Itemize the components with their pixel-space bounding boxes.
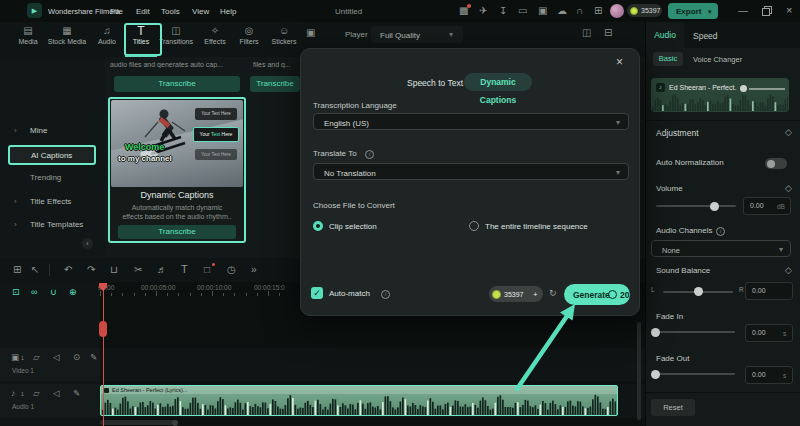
pointer-tool-icon[interactable]: ↖ bbox=[31, 265, 39, 275]
dynamic-captions-card[interactable]: Welcome to my channel Your Text Here You… bbox=[108, 97, 246, 243]
folder-icon[interactable]: ▱ bbox=[33, 389, 40, 398]
adjustment-keyframe-icon[interactable]: ◇ bbox=[785, 128, 792, 137]
subtab-basic[interactable]: Basic bbox=[653, 52, 683, 66]
radio-entire-timeline[interactable] bbox=[469, 221, 479, 231]
generate-button[interactable]: Generate 20 bbox=[564, 284, 630, 305]
more-tools-icon[interactable]: » bbox=[251, 265, 257, 275]
link-icon[interactable]: ∞ bbox=[31, 288, 37, 297]
audio-clip[interactable]: Ed Sheeran - Perfect (Lyrics)... bbox=[100, 385, 618, 416]
text-tool-icon[interactable]: T bbox=[181, 264, 188, 275]
menu-help[interactable]: Help bbox=[220, 7, 236, 16]
scrollbar-handle[interactable] bbox=[172, 420, 178, 426]
tab-stickers[interactable]: ☺ Stickers bbox=[265, 26, 303, 45]
save-icon[interactable]: ▣ bbox=[538, 6, 547, 16]
avatar[interactable] bbox=[610, 4, 624, 18]
minimize-button[interactable]: — bbox=[738, 6, 748, 16]
sidebar-item-title-effects[interactable]: › Title Effects bbox=[0, 194, 105, 210]
split-icon[interactable]: ✂ bbox=[134, 265, 142, 275]
cloud-icon[interactable]: ☁ bbox=[557, 6, 567, 16]
sidebar-item-title-templates[interactable]: › Title Templates bbox=[0, 217, 105, 233]
redo-icon[interactable]: ↷ bbox=[87, 265, 95, 275]
audio-effect-icon[interactable]: ♬ bbox=[157, 265, 167, 275]
radio-clip-selection[interactable] bbox=[313, 221, 323, 231]
card2-transcribe-button[interactable]: Transcribe bbox=[250, 76, 300, 92]
playhead-line[interactable] bbox=[103, 283, 105, 426]
magnet-icon[interactable]: ∪ bbox=[50, 288, 57, 297]
menu-view[interactable]: View bbox=[192, 7, 209, 16]
dialog-tab-dynamic-captions[interactable]: Dynamic Captions bbox=[464, 73, 532, 91]
credits-badge[interactable]: 35397 bbox=[627, 4, 662, 17]
clip-volume-handle[interactable] bbox=[740, 85, 747, 92]
tab-effects[interactable]: ✧ Effects bbox=[196, 26, 234, 45]
sidebar-item-trending[interactable]: Trending bbox=[0, 169, 105, 185]
menu-edit[interactable]: Edit bbox=[136, 7, 150, 16]
support-icon[interactable]: ∩ bbox=[576, 6, 583, 16]
fade-out-slider-track[interactable] bbox=[653, 373, 735, 375]
sidebar-item-ai-captions[interactable]: AI Captions bbox=[8, 145, 96, 165]
dialog-tab-speech-to-text[interactable]: Speech to Text bbox=[407, 78, 463, 88]
card1-transcribe-button[interactable]: Transcribe bbox=[114, 76, 240, 92]
close-button[interactable]: × bbox=[786, 4, 792, 16]
tab-stock-media[interactable]: ▦ Stock Media bbox=[44, 26, 90, 45]
refresh-icon[interactable]: ↻ bbox=[549, 288, 557, 298]
mark-icon[interactable]: ⊟ bbox=[604, 28, 612, 38]
video-track-lane[interactable] bbox=[100, 348, 645, 381]
hide-track-icon[interactable]: ⊙ bbox=[73, 353, 80, 362]
lock-track-icon[interactable]: ✎ bbox=[73, 389, 80, 398]
workspace-icon[interactable]: ⊞ bbox=[594, 6, 602, 16]
balance-value-box[interactable]: 0.00 bbox=[745, 282, 793, 300]
sidebar-item-mine[interactable]: › Mine bbox=[0, 123, 105, 139]
tab-media[interactable]: ▤ Media bbox=[8, 26, 48, 45]
volume-slider-handle[interactable] bbox=[710, 202, 719, 211]
collapse-sidebar-button[interactable]: ‹ bbox=[82, 238, 93, 249]
split-view-icon[interactable]: ◫ bbox=[582, 28, 591, 38]
folder-icon[interactable]: ▱ bbox=[33, 353, 40, 362]
translate-to-select[interactable]: No Translation ▾ bbox=[313, 163, 629, 180]
quality-dropdown[interactable]: Full Quality ▾ bbox=[371, 26, 463, 43]
fade-out-value-box[interactable]: 0.00 s bbox=[745, 366, 793, 384]
display-icon[interactable]: ▭ bbox=[518, 6, 527, 16]
reset-button[interactable]: Reset bbox=[651, 399, 695, 416]
transcription-language-select[interactable]: English (US) ▾ bbox=[313, 113, 629, 130]
fade-in-slider-handle[interactable] bbox=[651, 328, 660, 337]
volume-value-box[interactable]: 0.00 dB bbox=[743, 197, 791, 215]
subtab-voice-changer[interactable]: Voice Changer bbox=[693, 55, 742, 64]
crop-icon[interactable]: □ bbox=[204, 265, 210, 275]
undo-icon[interactable]: ↶ bbox=[64, 265, 72, 275]
vertical-scrollbar[interactable] bbox=[637, 322, 641, 420]
horizontal-scrollbar[interactable] bbox=[100, 420, 178, 425]
dialog-credits-badge[interactable]: 35397 + bbox=[489, 286, 543, 302]
dialog-close-icon[interactable]: × bbox=[616, 55, 623, 69]
delete-icon[interactable]: ⊔ bbox=[110, 265, 118, 275]
more-media-tab-icon[interactable]: ▣ bbox=[306, 28, 315, 38]
balance-keyframe-icon[interactable]: ◇ bbox=[785, 266, 792, 275]
fade-out-slider-handle[interactable] bbox=[651, 370, 660, 379]
menu-tools[interactable]: Tools bbox=[161, 7, 180, 16]
keyframe-icon[interactable]: ⊕ bbox=[69, 288, 77, 297]
mute-icon[interactable]: ◁ bbox=[53, 353, 60, 362]
balance-slider-handle[interactable] bbox=[694, 287, 703, 296]
audio-channels-select[interactable]: None ▾ bbox=[651, 240, 791, 257]
export-media-icon[interactable]: ↧ bbox=[499, 6, 507, 16]
selected-clip-card[interactable]: ♪ Ed Sheeran - Perfect... bbox=[651, 78, 789, 112]
fade-in-slider-track[interactable] bbox=[653, 331, 735, 333]
speed-tool-icon[interactable]: ◷ bbox=[227, 265, 236, 275]
tab-audio[interactable]: ♫ Audio bbox=[88, 26, 126, 45]
volume-keyframe-icon[interactable]: ◇ bbox=[785, 184, 792, 193]
card-transcribe-button[interactable]: Transcribe bbox=[118, 225, 236, 239]
volume-slider-track[interactable] bbox=[656, 205, 736, 207]
automatch-checkbox[interactable]: ✓ bbox=[311, 287, 323, 299]
export-button[interactable]: Export ▾ bbox=[668, 3, 718, 19]
tab-filters[interactable]: ◎ Filters bbox=[230, 26, 268, 45]
mute-icon[interactable]: ◁ bbox=[53, 389, 60, 398]
manage-tracks-icon[interactable]: ⊡ bbox=[12, 288, 20, 297]
share-icon[interactable]: ✈ bbox=[479, 6, 487, 16]
fade-in-value-box[interactable]: 0.00 s bbox=[745, 324, 793, 342]
tab-speed[interactable]: Speed bbox=[693, 31, 718, 41]
menu-file[interactable]: File bbox=[110, 7, 123, 16]
restore-button[interactable] bbox=[762, 6, 772, 16]
lock-track-icon[interactable]: ✎ bbox=[90, 353, 97, 362]
track-layout-icon[interactable]: ⊞ bbox=[13, 265, 21, 275]
auto-normalization-toggle[interactable] bbox=[765, 158, 787, 169]
tab-audio-properties[interactable]: Audio bbox=[646, 22, 684, 48]
